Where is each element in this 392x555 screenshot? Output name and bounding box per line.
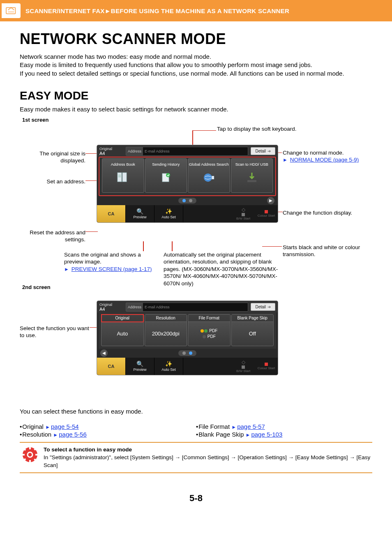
blank-page-link[interactable]: page 5-103 xyxy=(251,431,282,438)
bw-start-button[interactable]: ◇ B/W Start xyxy=(232,358,255,375)
callout-reset: Reset the address and settings. xyxy=(20,229,85,243)
scan-hdd-tile[interactable]: Scan to HDD/ USB xyxy=(231,158,273,193)
function-tiles-row: Address Book Sending History Global Addr… xyxy=(99,157,276,196)
preview-button[interactable]: 🔍 Preview xyxy=(126,205,154,222)
normal-mode-link[interactable]: NORMAL MODE (page 5-9) xyxy=(290,157,359,163)
preview-icon: 🔍 xyxy=(136,361,143,367)
preview-screen-link[interactable]: PREVIEW SCREEN (page 1-17) xyxy=(71,266,152,272)
resolution-link[interactable]: page 5-56 xyxy=(59,431,87,438)
callout-set-address: Set an address. xyxy=(20,178,85,185)
header-bar: SCANNER/INTERNET FAX►BEFORE USING THE MA… xyxy=(0,0,392,21)
original-tile[interactable]: Original Auto xyxy=(101,314,144,346)
original-link[interactable]: page 5-54 xyxy=(51,423,79,430)
preview-button[interactable]: 🔍 Preview xyxy=(126,358,154,375)
page-next-button[interactable]: ▶ xyxy=(267,197,274,204)
callout-original-size: The original size is displayed. xyxy=(20,150,85,164)
note-title: To select a function in easy mode xyxy=(44,446,371,454)
breadcrumb: SCANNER/INTERNET FAX►BEFORE USING THE MA… xyxy=(25,7,289,14)
address-input[interactable]: Address E-mail Address xyxy=(126,147,248,156)
device-screen-1: Original A4 Address E-mail Address Detai… xyxy=(97,145,278,222)
original-size-display: Original A4 xyxy=(99,147,123,156)
bottom-toolbar: CA 🔍 Preview ✨ Auto Set ◇ B/W Start xyxy=(97,358,278,375)
svg-rect-15 xyxy=(22,454,25,456)
ca-button[interactable]: CA xyxy=(97,205,126,222)
original-size-display: Original A4 xyxy=(99,303,123,312)
svg-rect-0 xyxy=(6,8,16,14)
callout-soft-keyboard: Tap to display the soft keyboard. xyxy=(217,125,297,133)
page-title: NETWORK SCANNER MODE xyxy=(20,30,372,48)
autoset-button[interactable]: ✨ Auto Set xyxy=(154,205,183,222)
page-number: 5-8 xyxy=(20,493,372,504)
device-screen-2: Original A4 Address E-mail Address Detai… xyxy=(97,301,278,375)
detail-button[interactable]: Detail ➔ xyxy=(251,303,275,311)
svg-point-8 xyxy=(204,173,212,182)
callout-normal-mode: Change to normal mode. ► NORMAL MODE (pa… xyxy=(283,149,369,164)
screen1-area: The original size is displayed. Set an a… xyxy=(20,125,372,282)
svg-rect-13 xyxy=(29,447,31,449)
chevron-right-icon: ➔ xyxy=(267,149,271,153)
detail-button[interactable]: Detail ➔ xyxy=(251,147,275,155)
link-arrow-icon: ► xyxy=(64,266,69,272)
colour-start-button[interactable]: Colour Start xyxy=(255,205,278,222)
autoset-icon: ✨ xyxy=(165,361,172,367)
callout-select-func: Select the function you want to use. xyxy=(20,325,90,339)
sending-history-tile[interactable]: Sending History xyxy=(145,158,187,193)
section-icon xyxy=(2,3,21,18)
chevron-right-icon: ➔ xyxy=(267,305,271,309)
address-book-icon xyxy=(116,171,130,183)
sending-history-icon xyxy=(159,171,173,183)
fileformat-link[interactable]: page 5-57 xyxy=(237,423,265,430)
bw-start-button[interactable]: ◇ B/W Start xyxy=(232,205,255,222)
address-input[interactable]: Address E-mail Address xyxy=(126,303,248,312)
callout-change-func: Change the function display. xyxy=(283,209,365,217)
note-body: In "Settings (administrator)", select [S… xyxy=(44,454,371,469)
diamond-icon: ◇ xyxy=(242,207,245,213)
easy-mode-heading: EASY MODE xyxy=(20,89,372,102)
functions-intro: You can select these functions in easy m… xyxy=(20,408,372,415)
resolution-tile[interactable]: Resolution 200x200dpi xyxy=(145,314,187,346)
svg-rect-16 xyxy=(35,454,38,456)
page-indicator: ▶ xyxy=(97,196,278,205)
colour-start-button[interactable]: Colour Start xyxy=(255,358,278,375)
settings-note: To select a function in easy mode In "Se… xyxy=(20,442,372,474)
screen2-area: Select the function you want to use. Ori… xyxy=(20,293,372,408)
global-search-tile[interactable]: Global Address Search xyxy=(188,158,230,193)
callout-autoset: Automatically set the original placement… xyxy=(164,251,287,287)
autoset-icon: ✨ xyxy=(165,208,172,215)
callout-preview: Scans the original and shows a preview i… xyxy=(64,251,159,273)
autoset-button[interactable]: ✨ Auto Set xyxy=(154,358,183,375)
intro-text: Network scanner mode has two modes: easy… xyxy=(20,53,372,78)
svg-rect-3 xyxy=(122,173,127,182)
function-tiles-2: Original Auto Resolution 200x200dpi File… xyxy=(99,312,276,349)
globe-icon xyxy=(202,171,216,183)
page-prev-button[interactable]: ◀ xyxy=(100,349,108,357)
gear-icon xyxy=(21,446,39,463)
file-format-tile[interactable]: File Format PDF PDF xyxy=(188,314,231,346)
callout-start-bw: Starts black and white or colour transmi… xyxy=(283,244,369,258)
scan-hdd-icon xyxy=(245,171,259,183)
svg-point-7 xyxy=(166,173,170,177)
svg-rect-10 xyxy=(247,180,256,182)
page-indicator: ◀ xyxy=(97,349,278,358)
preview-icon: 🔍 xyxy=(136,208,143,215)
svg-rect-2 xyxy=(118,173,122,182)
easy-mode-desc: Easy mode makes it easy to select basic … xyxy=(20,106,372,113)
blank-page-tile[interactable]: Blank Page Skip Off xyxy=(231,314,274,346)
functions-left: •Original ►page 5-54 •Resolution ►page 5… xyxy=(20,422,196,438)
diamond-icon: ◇ xyxy=(242,359,245,365)
ca-button[interactable]: CA xyxy=(97,358,126,375)
bottom-toolbar: CA 🔍 Preview ✨ Auto Set ◇ B/W Start xyxy=(97,205,278,222)
screen1-label: 1st screen xyxy=(22,117,372,123)
link-arrow-icon: ► xyxy=(283,157,288,163)
svg-rect-14 xyxy=(29,460,31,462)
svg-rect-9 xyxy=(212,176,214,179)
functions-right: •File Format ►page 5-57 •Blank Page Skip… xyxy=(196,422,372,438)
address-book-tile[interactable]: Address Book xyxy=(102,158,144,193)
